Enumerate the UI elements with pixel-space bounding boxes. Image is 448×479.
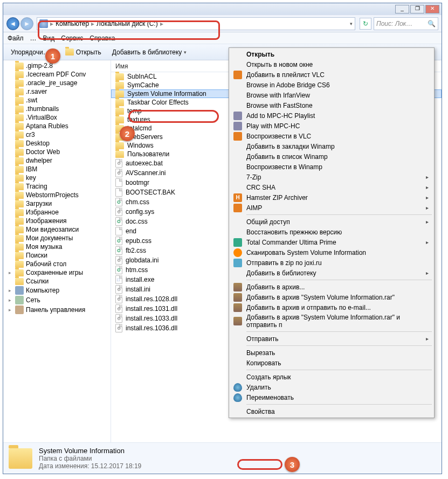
tree-item[interactable]: cr3 (3, 130, 111, 139)
tree-item[interactable]: .VirtualBox (3, 113, 111, 122)
tree-item[interactable]: IBM (3, 165, 111, 173)
folder-icon (15, 131, 24, 138)
minimize-button[interactable]: _ (395, 5, 409, 13)
menu-item[interactable]: Добавить в архив "System Volume Informat… (230, 313, 433, 330)
tree-item-cp[interactable]: ▸Панель управления (3, 305, 111, 315)
menu-item[interactable]: Browse in Adobe Bridge CS6 (230, 80, 433, 90)
menu-item[interactable]: Восстановить прежнюю версию (230, 227, 433, 237)
folder-icon (15, 88, 24, 95)
menu-item[interactable]: Добавить в библиотеку (230, 268, 433, 278)
add-library-button[interactable]: Добавить в библиотеку (109, 47, 190, 57)
navbar: ◄ ► ▸ Компьютер ▸ Локальный диск (C:) ▸ … (3, 15, 442, 32)
tree-item[interactable]: Doctor Web (3, 148, 111, 156)
tree-item[interactable]: Мои документы (3, 234, 111, 242)
menu-item[interactable]: Отправить в zip по joxi.ru (230, 258, 433, 268)
maximize-button[interactable]: ❐ (410, 5, 424, 13)
folder-icon (15, 200, 24, 207)
forward-button[interactable]: ► (20, 17, 33, 30)
cp-icon (15, 306, 24, 314)
menu-icon (233, 293, 242, 302)
menu-item[interactable]: HHamster ZIP Archiver (230, 192, 433, 203)
tree-item[interactable]: .thumbnails (3, 105, 111, 113)
tree-item[interactable]: Загрузки (3, 199, 111, 208)
open-button[interactable]: Открыть (62, 47, 105, 57)
tree-item[interactable]: Рабочий стол (3, 260, 111, 268)
tree-item[interactable]: .gimp-2.8 (3, 61, 111, 70)
breadcrumb-root[interactable]: Компьютер (56, 20, 89, 27)
tree-item[interactable]: .oracle_jre_usage (3, 79, 111, 87)
menu-item[interactable]: Вырезать (230, 348, 433, 358)
refresh-button[interactable]: ↻ (360, 18, 371, 30)
context-menu[interactable]: ОткрытьОткрыть в новом окнеДобавить в пл… (229, 47, 435, 418)
menu-item[interactable]: CRC SHA (230, 182, 433, 192)
back-button[interactable]: ◄ (6, 17, 19, 30)
menu-item[interactable]: Свойства (230, 406, 433, 416)
menu-item[interactable]: AIMP (230, 203, 433, 213)
tree-item[interactable]: Мои видеозаписи (3, 225, 111, 234)
menu-item[interactable]: Воспроизвести в Winamp (230, 162, 433, 172)
menu-item[interactable]: Play with MPC-HC (230, 121, 433, 131)
menu-edit[interactable]: … (30, 34, 37, 42)
close-button[interactable]: ✕ (425, 5, 439, 13)
menu-file[interactable]: Файл (8, 34, 24, 42)
folder-icon (15, 269, 24, 276)
details-name: System Volume Information (39, 447, 141, 455)
menu-item[interactable]: Воспроизвести в VLC (230, 131, 433, 141)
menu-item[interactable]: Открыть в новом окне (230, 59, 433, 70)
menu-icon (233, 132, 242, 141)
menu-item[interactable]: Browse with IrfanView (230, 90, 433, 100)
tree-item[interactable]: .Icecream PDF Conv (3, 70, 111, 79)
tree-item[interactable]: ▸Сохраненные игры (3, 268, 111, 277)
menu-item[interactable]: Добавить в архив и отправить по e-mail..… (230, 302, 433, 313)
tree-item-net[interactable]: ▸Сеть (3, 295, 111, 305)
menu-item[interactable]: Удалить (230, 382, 433, 392)
tree-item[interactable]: Tracing (3, 182, 111, 191)
folder-icon (15, 209, 24, 216)
computer-icon (39, 19, 48, 28)
tree-item[interactable]: key (3, 173, 111, 182)
folder-icon (15, 183, 24, 190)
menu-service[interactable]: Сервис (61, 34, 83, 42)
menu-item[interactable]: Добавить в архив "System Volume Informat… (230, 292, 433, 302)
folder-icon (15, 123, 24, 130)
search-input[interactable]: Поис: Лок… 🔍 (374, 17, 438, 30)
menu-item[interactable]: Добавить в архив... (230, 282, 433, 292)
tree-item[interactable]: Избранное (3, 208, 111, 217)
menu-view[interactable]: Вид (43, 34, 55, 42)
menu-help[interactable]: Справка (89, 34, 115, 42)
tree-item[interactable]: WebstormProjects (3, 191, 111, 199)
tree-item[interactable]: dwhelper (3, 156, 111, 165)
menu-item[interactable]: Add to MPC-HC Playlist (230, 110, 433, 121)
menu-item[interactable]: Общий доступ (230, 217, 433, 227)
menu-item[interactable]: Создать ярлык (230, 372, 433, 382)
tree-item[interactable]: Aptana Rubles (3, 122, 111, 130)
tree-item[interactable]: .r.saver (3, 87, 111, 96)
breadcrumb-disk[interactable]: Локальный диск (C:) (97, 20, 158, 27)
tree-item[interactable]: Моя музыка (3, 242, 111, 251)
menu-item[interactable]: 7-Zip (230, 172, 433, 182)
folder-icon (15, 278, 24, 285)
search-placeholder: Поис: Лок… (376, 20, 412, 27)
nav-tree[interactable]: .gimp-2.8.Icecream PDF Conv.oracle_jre_u… (3, 60, 111, 442)
menu-item[interactable]: Открыть (230, 49, 433, 59)
tree-item[interactable]: .swt (3, 96, 111, 105)
breadcrumb-dropdown[interactable]: ▾ (350, 21, 353, 26)
folder-icon (15, 157, 24, 164)
tree-item[interactable]: Изображения (3, 217, 111, 225)
menu-item[interactable]: Сканировать System Volume Information (230, 247, 433, 258)
folder-icon (115, 82, 124, 89)
menu-item[interactable]: Отправить (230, 334, 433, 344)
tree-item-comp[interactable]: ▸Компьютер (3, 286, 111, 295)
tree-item[interactable]: Ссылки (3, 277, 111, 286)
tree-item[interactable]: Desktop (3, 139, 111, 148)
breadcrumb[interactable]: ▸ Компьютер ▸ Локальный диск (C:) ▸ ▾ (37, 17, 355, 30)
menu-icon (233, 112, 242, 120)
menu-item[interactable]: Переименовать (230, 392, 433, 402)
menu-item[interactable]: Копировать (230, 358, 433, 368)
menu-item[interactable]: Добавить в список Winamp (230, 151, 433, 162)
menu-item[interactable]: Browse with FastStone (230, 100, 433, 110)
menu-item[interactable]: Добавить в закладки Winamp (230, 141, 433, 151)
tree-item[interactable]: Поиски (3, 251, 111, 260)
menu-item[interactable]: Total Commander Ultima Prime (230, 237, 433, 247)
menu-item[interactable]: Добавить в плейлист VLC (230, 70, 433, 80)
